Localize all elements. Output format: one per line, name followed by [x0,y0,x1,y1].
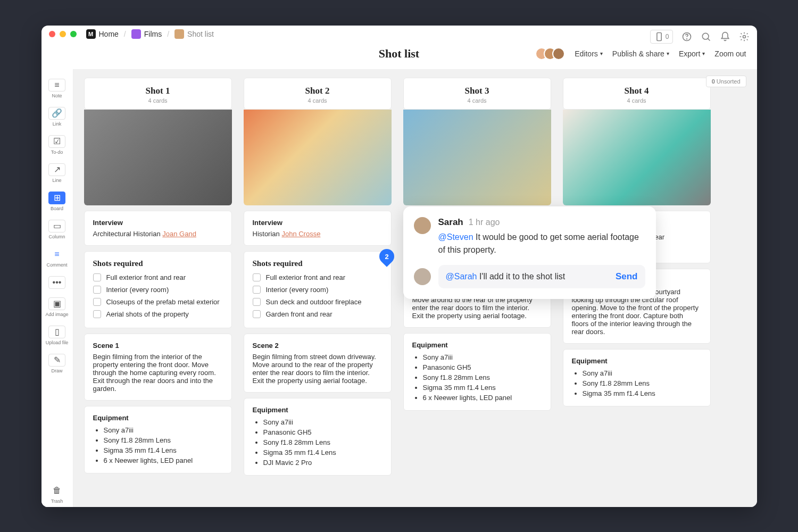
breadcrumb-films[interactable]: Films [131,29,162,39]
shotlist-icon [174,29,184,39]
card-heading: Shots required [93,259,223,268]
send-button[interactable]: Send [616,271,638,282]
equipment-card[interactable]: EquipmentSony a7iiiPanasonic GH5Sony f1.… [244,398,392,476]
column-count: 4 cards [563,97,710,104]
help-icon[interactable] [681,31,692,42]
checkbox[interactable] [253,286,261,294]
line-icon: ↗ [48,163,65,176]
page-title: Shot list [379,47,419,61]
shots-required-card[interactable]: Shots requiredFull exterior front and re… [244,251,392,328]
reply-input[interactable]: @Sarah I'll add it to the shot list Send [438,265,645,288]
header-actions: Editors▾ Publish & share▾ Export▾ Zoom o… [535,47,746,60]
zoom-out-button[interactable]: Zoom out [714,49,746,58]
card-heading: Scene 2 [253,342,383,350]
page-header: Shot list Editors▾ Publish & share▾ Expo… [41,43,757,69]
card-image[interactable] [244,110,392,205]
unsorted-pill[interactable]: 0 Unsorted [706,76,746,87]
tool-more[interactable]: ••• [41,273,73,292]
settings-icon[interactable] [739,31,750,42]
checkbox[interactable] [93,310,101,318]
column-header[interactable]: Shot 44 cards [563,78,711,110]
tool-note[interactable]: ≡Note [41,76,73,102]
board-column[interactable]: Shot 14 cardsInterviewArchitectural Hist… [84,78,232,498]
list-item: Sony f1.8 28mm Lens [263,437,383,447]
card-heading: Interview [253,219,383,227]
collaborator-avatars[interactable] [535,47,565,60]
card-image[interactable] [84,110,232,205]
scene-card[interactable]: Scene 1Begin filming from the interior o… [84,334,232,401]
tool-add-image[interactable]: ▣Add image [41,294,73,320]
checklist-item[interactable]: Closeups of the prefab metal exterior [93,296,223,308]
list-item: Panasonic GH5 [423,362,542,372]
list-item: Sony a7iii [263,417,383,427]
checkbox[interactable] [93,273,101,281]
person-link[interactable]: John Crosse [281,230,320,238]
checklist-item[interactable]: Full exterior front and rear [253,271,383,284]
checklist-item[interactable]: Interior (every room) [93,284,223,296]
app-window: M Home / Films / Shot list 0 [41,26,757,507]
breadcrumb-current-label: Shot list [187,30,214,38]
checkbox[interactable] [93,286,101,294]
checklist-item[interactable]: Sun deck and outdoor fireplace [253,296,383,308]
comment-author: Sarah [438,217,463,228]
tool-board[interactable]: ⊞Board [41,188,73,214]
interview-card[interactable]: InterviewArchitectural Historian Joan Ga… [84,211,232,246]
device-count-badge[interactable]: 0 [650,30,673,44]
checklist-item[interactable]: Garden front and rear [253,308,383,320]
equipment-card[interactable]: EquipmentSony a7iiiSony f1.8 28mm LensSi… [84,406,232,473]
checkbox[interactable] [253,273,261,281]
list-item: Sigma 35 mm f1.4 Lens [423,383,542,393]
person-link[interactable]: Joan Gand [162,230,196,238]
column-header[interactable]: Shot 24 cards [244,78,392,110]
checklist-label: Aerial shots of the property [106,310,189,318]
checklist-item[interactable]: Aerial shots of the property [93,308,223,320]
checklist-item[interactable]: Interior (every room) [253,284,383,296]
breadcrumb-home[interactable]: M Home [86,29,119,39]
export-dropdown[interactable]: Export▾ [679,49,705,58]
card-image[interactable] [563,110,711,205]
mention[interactable]: @Steven [438,232,473,242]
notifications-icon[interactable] [720,31,730,42]
interview-card[interactable]: InterviewHistorian John Crosse [244,211,392,246]
equipment-card[interactable]: EquipmentSony a7iiiSony f1.8 28mm LensSi… [563,349,711,406]
tool-trash[interactable]: 🗑Trash [41,481,73,507]
checklist-item[interactable]: Full exterior front and rear [93,271,223,284]
list-item: Sigma 35 mm f1.4 Lens [583,388,702,398]
card-heading: Equipment [572,357,702,365]
equipment-card[interactable]: EquipmentSony a7iiiPanasonic GH5Sony f1.… [403,333,551,411]
column-header[interactable]: Shot 34 cards [403,78,551,110]
maximize-window-button[interactable] [70,31,77,37]
tool-todo[interactable]: ☑To-do [41,132,73,158]
checkbox[interactable] [93,298,101,306]
column-title: Shot 3 [404,86,551,96]
column-title: Shot 1 [85,86,231,96]
tool-column[interactable]: ▭Column [41,217,73,243]
column-count: 4 cards [404,97,551,104]
tool-comment[interactable]: ≡Comment [41,245,73,271]
publish-share-dropdown[interactable]: Publish & share▾ [612,49,669,58]
breadcrumb-current[interactable]: Shot list [174,29,214,39]
tool-link[interactable]: 🔗Link [41,104,73,130]
interview-text: Historian John Crosse [253,230,383,238]
list-item: 6 x Neewer lights, LED panel [104,455,223,466]
tool-line[interactable]: ↗Line [41,160,73,186]
equipment-list: Sony a7iiiPanasonic GH5Sony f1.8 28mm Le… [253,417,383,468]
minimize-window-button[interactable] [60,31,66,37]
editors-dropdown[interactable]: Editors▾ [575,49,603,58]
svg-point-3 [702,33,709,39]
comment-avatar [414,217,431,234]
search-icon[interactable] [701,31,711,42]
tool-draw[interactable]: ✎Draw [41,351,73,377]
card-heading: Equipment [93,414,223,422]
checkbox[interactable] [253,310,261,318]
card-image[interactable] [403,110,551,205]
checkbox[interactable] [253,298,261,306]
pencil-icon: ✎ [48,354,65,367]
list-item: Sigma 35 mm f1.4 Lens [263,447,383,458]
scene-card[interactable]: Scene 2Begin filming from street down dr… [244,334,392,393]
column-header[interactable]: Shot 14 cards [84,78,232,110]
shots-required-card[interactable]: Shots requiredFull exterior front and re… [84,251,232,328]
close-window-button[interactable] [49,31,55,37]
tool-upload-file[interactable]: ▯Upload file [41,322,73,348]
board-column[interactable]: Shot 24 cardsInterviewHistorian John Cro… [244,78,392,498]
